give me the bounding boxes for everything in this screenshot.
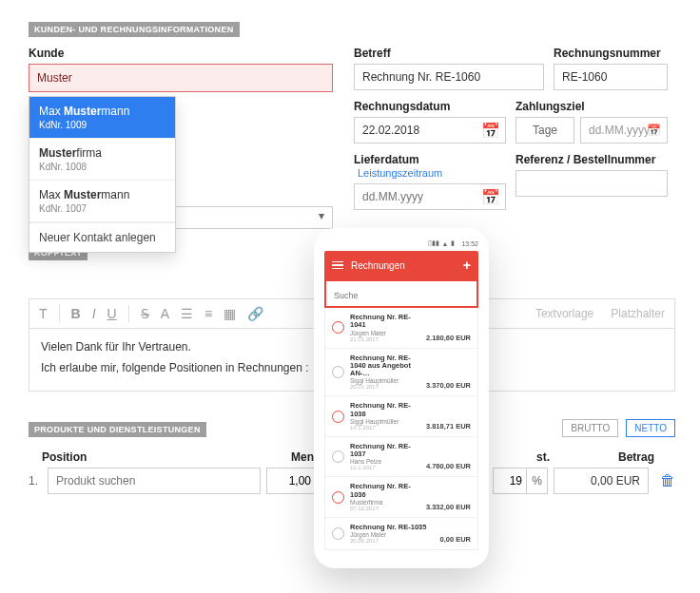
zahlungsziel-label: Zahlungsziel [515,100,668,113]
betrag-input[interactable] [554,468,649,494]
referenz-label: Referenz / Bestellnummer [515,153,668,166]
kunde-input[interactable] [29,64,333,92]
status-circle-icon [332,411,344,423]
font-tool[interactable]: T [39,306,48,321]
calendar-icon[interactable]: 📅 [481,122,500,140]
steuer-input[interactable] [493,468,527,494]
table-tool[interactable]: ▦ [224,306,236,321]
zahlungsziel-date[interactable]: dd.MM.yyyy 📅 [580,117,668,143]
netto-button[interactable]: NETTO [626,419,675,437]
th-st: st. [496,450,550,464]
status-circle-icon [332,321,344,334]
phone-list-item[interactable]: Rechnung Nr. RE-1038 Siggi Hauptmüller 1… [325,396,477,437]
wifi-icon: ▲ [442,240,449,247]
autocomplete-item[interactable]: Max Mustermann KdNr. 1007 [29,181,175,222]
autocomplete-item[interactable]: Musterfirma KdNr. 1008 [29,139,175,181]
textvorlage-link[interactable]: Textvorlage [535,307,593,320]
leistungszeitraum-link[interactable]: Leistungszeitraum [358,167,442,179]
list-ol-tool[interactable]: ≡ [204,306,212,321]
status-circle-icon [332,366,344,378]
battery-icon: ▮ [451,239,455,247]
calendar-icon[interactable]: 📅 [647,124,661,137]
steuer-percent: % [527,468,548,494]
betreff-input[interactable] [354,64,544,90]
bold-tool[interactable]: B [71,306,81,321]
brutto-button[interactable]: BRUTTO [562,419,618,437]
plus-icon[interactable]: + [463,258,471,273]
section-products: PRODUKTE UND DIENSTLEISTUNGEN [29,422,206,437]
phone-mockup: ▯▮▮ ▲ ▮ 13:52 Rechnungen + Rechnung Nr. … [314,228,489,568]
zahlungsziel-tage[interactable]: Tage [515,117,574,143]
list-ul-tool[interactable]: ☰ [181,306,193,321]
status-circle-icon [332,450,344,463]
text-color-tool[interactable]: A [161,306,169,321]
rechnungsnummer-input[interactable] [554,64,668,90]
phone-list-item[interactable]: Rechnung Nr. RE-1037 Hans Pelze 11.1.201… [325,437,477,478]
lieferdatum-label: Lieferdatum Leistungszeitraum [354,153,506,180]
phone-list-item[interactable]: Rechnung Nr. RE-1036 Musterfirma 07.12.2… [325,477,477,518]
kunde-label: Kunde [29,47,333,60]
phone-app-header: Rechnungen + [324,251,478,279]
row-index: 1. [29,474,42,488]
rechnungsdatum-label: Rechnungsdatum [354,100,506,113]
th-position: Position [42,450,270,464]
betreff-label: Betreff [354,47,544,60]
autocomplete-new-contact[interactable]: Neuer Kontakt anlegen [29,222,175,252]
link-tool[interactable]: 🔗 [247,306,263,321]
product-search-input[interactable] [48,468,261,494]
status-circle-icon [332,491,344,504]
phone-list-item[interactable]: Rechnung Nr. RE-1041 Jürgen Maler 21.01.… [325,308,477,349]
th-betrag: Betrag [550,450,654,464]
calendar-icon[interactable]: 📅 [481,188,500,206]
rechnungsnummer-label: Rechnungsnummer [554,47,668,60]
phone-list: Rechnung Nr. RE-1041 Jürgen Maler 21.01.… [324,308,478,550]
phone-list-item[interactable]: Rechnung Nr. RE-1040 aus Angebot AN-… Si… [325,349,477,397]
italic-tool[interactable]: I [92,306,96,321]
status-circle-icon [332,527,344,540]
signal-icon: ▯▮▮ [428,239,439,247]
kunde-autocomplete: Max Mustermann KdNr. 1009 Musterfirma Kd… [29,96,176,253]
platzhalter-link[interactable]: Platzhalter [611,307,665,320]
trash-icon[interactable]: 🗑 [660,472,675,489]
autocomplete-item[interactable]: Max Mustermann KdNr. 1009 [29,97,175,139]
underline-tool[interactable]: U [107,306,117,321]
phone-search-input[interactable] [330,289,473,302]
hamburger-icon[interactable] [332,261,343,270]
phone-list-item[interactable]: Rechnung Nr. RE-1035 Jürgen Maler 20.06.… [325,518,477,549]
section-customer-info: KUNDEN- UND RECHNUNGSINFORMATIONEN [29,22,240,37]
phone-statusbar: ▯▮▮ ▲ ▮ 13:52 [324,239,478,247]
phone-title: Rechnungen [351,260,405,271]
menge-input[interactable] [266,468,318,494]
referenz-input[interactable] [515,170,668,197]
strike-tool[interactable]: S̶ [141,306,149,321]
